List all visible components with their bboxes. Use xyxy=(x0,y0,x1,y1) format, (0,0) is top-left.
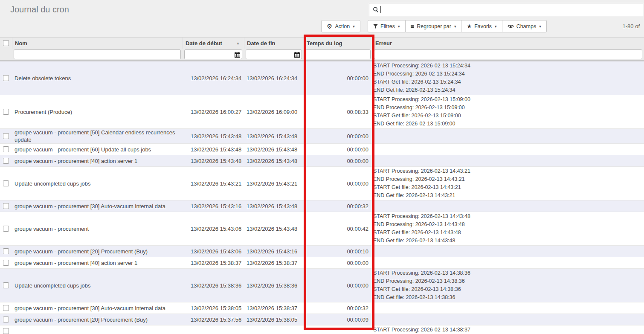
chevron-down-icon: ▾ xyxy=(398,24,400,29)
bars-icon: ≡ xyxy=(411,23,415,30)
row-checkbox[interactable] xyxy=(3,158,9,164)
erreur-log-line: END Get file: 2026-02-13 15:09:00 xyxy=(373,120,642,128)
erreur-log-line: END Processing: 2026-02-13 14:38:36 xyxy=(373,277,642,285)
erreur-log: START Processing: 2026-02-13 14:43:21END… xyxy=(372,167,644,200)
column-header-label: Date de début xyxy=(186,40,222,46)
table-row[interactable]: groupe vacuum - procurement [30] Auto-va… xyxy=(0,302,644,314)
row-checkbox[interactable] xyxy=(3,226,9,232)
row-checkbox[interactable] xyxy=(3,203,9,209)
table-row[interactable]: groupe vacuum - procurement [40] action … xyxy=(0,155,644,167)
erreur-log xyxy=(372,246,644,257)
row-checkbox[interactable] xyxy=(3,109,9,115)
search-box[interactable] xyxy=(369,3,643,16)
table-row[interactable]: START Processing: 2026-02-13 14:38:37 xyxy=(0,325,644,334)
date-fin-value: 13/02/2026 15:43:48 xyxy=(244,212,304,245)
table-row[interactable]: Procurement (Produce) 13/02/2026 16:00:2… xyxy=(0,95,644,129)
row-checkbox[interactable] xyxy=(3,282,9,288)
column-filter-row xyxy=(0,49,644,61)
erreur-log: START Processing: 2026-02-13 14:38:36END… xyxy=(372,269,644,302)
erreur-log xyxy=(372,314,644,325)
column-header-temps[interactable]: Temps du log xyxy=(304,38,372,49)
chevron-down-icon: ▾ xyxy=(353,24,355,29)
erreur-log xyxy=(372,302,644,314)
date-fin-filter-input[interactable] xyxy=(246,49,302,59)
erreur-log-line: END Processing: 2026-02-13 14:43:21 xyxy=(373,175,642,183)
table-row[interactable]: groupe vacuum - procurement [60] Update … xyxy=(0,144,644,155)
temps-filter-input[interactable] xyxy=(305,49,371,59)
date-fin-value: 13/02/2026 15:43:48 xyxy=(244,155,304,166)
column-header-erreur[interactable]: Erreur xyxy=(372,38,644,49)
row-checkbox[interactable] xyxy=(3,146,9,152)
row-checkbox[interactable] xyxy=(3,133,9,139)
pager: 1-80 of xyxy=(623,23,640,29)
row-checkbox[interactable] xyxy=(3,328,9,334)
erreur-filter-input[interactable] xyxy=(374,49,642,59)
temps-du-log-value xyxy=(304,325,372,334)
cron-name: groupe vacuum - procurement [40] action … xyxy=(12,155,183,166)
row-checkbox[interactable] xyxy=(3,260,9,266)
cron-name: groupe vacuum - procurement xyxy=(12,212,183,245)
date-fin-value: 13/02/2026 16:09:00 xyxy=(244,95,304,128)
row-checkbox[interactable] xyxy=(3,180,9,186)
erreur-log xyxy=(372,129,644,143)
date-debut-value: 13/02/2026 15:43:06 xyxy=(183,212,244,245)
erreur-log-line: START Processing: 2026-02-13 15:09:00 xyxy=(373,96,642,104)
table-row[interactable]: groupe vacuum - procurement 13/02/2026 1… xyxy=(0,212,644,246)
date-fin-value: 13/02/2026 15:38:05 xyxy=(244,314,304,325)
erreur-log-line: START Processing: 2026-02-13 14:38:37 xyxy=(373,326,642,334)
select-all-cell xyxy=(0,38,12,49)
action-button[interactable]: ⚙ Action ▾ xyxy=(321,20,360,32)
temps-du-log-value: 00:00:00 xyxy=(304,144,372,155)
row-checkbox-cell xyxy=(0,129,12,143)
date-debut-value: 13/02/2026 15:43:48 xyxy=(183,155,244,166)
table-row[interactable]: Update uncompleted cups jobs 13/02/2026 … xyxy=(0,269,644,302)
date-debut-value: 13/02/2026 15:38:05 xyxy=(183,302,244,314)
table-row[interactable]: groupe vacuum - procurement [20] Procure… xyxy=(0,314,644,325)
row-checkbox[interactable] xyxy=(3,317,9,322)
column-header-label: Date de fin xyxy=(247,40,275,46)
row-checkbox-cell xyxy=(0,95,12,128)
fields-button[interactable]: Champs ▾ xyxy=(502,20,547,32)
action-button-label: Action xyxy=(335,23,350,29)
erreur-log-line: END Get file: 2026-02-13 14:38:36 xyxy=(373,293,642,302)
table-row[interactable]: groupe vacuum - procurement [20] Procure… xyxy=(0,246,644,257)
table-row[interactable]: groupe vacuum - procurement [40] action … xyxy=(0,257,644,269)
select-all-checkbox[interactable] xyxy=(3,40,9,46)
group-by-button-label: Regrouper par xyxy=(417,23,451,29)
filters-button[interactable]: Filtres ▾ xyxy=(368,20,406,32)
table-row[interactable]: Update uncompleted cups jobs 13/02/2026 … xyxy=(0,167,644,200)
nom-filter-input[interactable] xyxy=(14,49,181,59)
column-header-date-fin[interactable]: Date de fin xyxy=(244,38,304,49)
erreur-log-line: END Processing: 2026-02-13 15:09:00 xyxy=(373,104,642,112)
gear-icon: ⚙ xyxy=(327,23,332,29)
date-debut-value: 13/02/2026 15:43:06 xyxy=(183,246,244,257)
cron-name: Update uncompleted cups jobs xyxy=(12,269,183,302)
erreur-log: START Processing: 2026-02-13 14:43:48END… xyxy=(372,212,644,245)
table-row[interactable]: groupe vacuum - procurement [30] Auto-va… xyxy=(0,200,644,212)
date-debut-filter-input[interactable] xyxy=(184,49,242,59)
row-checkbox[interactable] xyxy=(3,305,9,311)
temps-du-log-value: 00:00:00 xyxy=(304,257,372,268)
fields-button-label: Champs xyxy=(516,23,537,29)
star-icon: ★ xyxy=(467,23,472,29)
table-row[interactable]: Delete obsolete tokens 13/02/2026 16:24:… xyxy=(0,61,644,95)
table-row[interactable]: groupe vacuum - procurement [50] Calenda… xyxy=(0,129,644,144)
date-fin-value: 13/02/2026 15:43:48 xyxy=(244,129,304,143)
date-debut-value: 13/02/2026 16:00:27 xyxy=(183,95,244,128)
column-header-nom[interactable]: Nom xyxy=(12,38,183,49)
cron-name: groupe vacuum - procurement [30] Auto-va… xyxy=(12,302,183,314)
row-checkbox-cell xyxy=(0,302,12,314)
row-checkbox-cell xyxy=(0,325,12,334)
favorites-button[interactable]: ★ Favoris ▾ xyxy=(461,20,502,32)
search-input[interactable] xyxy=(381,3,643,16)
row-checkbox[interactable] xyxy=(3,248,9,254)
erreur-log-line: END Get file: 2026-02-13 14:43:48 xyxy=(373,237,642,245)
row-checkbox[interactable] xyxy=(3,75,9,81)
group-by-button[interactable]: ≡ Regrouper par ▾ xyxy=(406,20,462,32)
erreur-log-line: END Processing: 2026-02-13 15:24:34 xyxy=(373,70,642,78)
date-debut-value: 13/02/2026 15:43:48 xyxy=(183,144,244,155)
column-header-date-debut[interactable]: Date de début ▲ xyxy=(183,38,244,49)
chevron-down-icon: ▾ xyxy=(495,24,497,29)
cron-name: groupe vacuum - procurement [30] Auto-va… xyxy=(12,200,183,212)
row-checkbox-cell xyxy=(0,200,12,212)
